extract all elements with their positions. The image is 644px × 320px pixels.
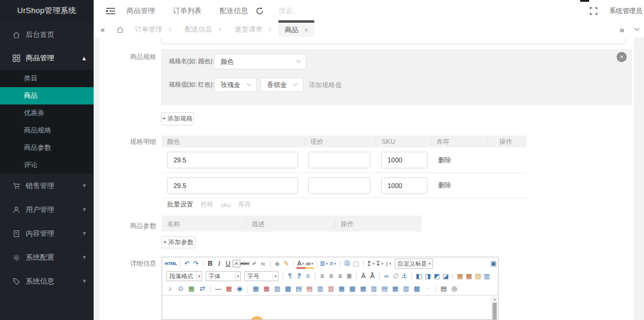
- row-delete-link[interactable]: 删除: [438, 156, 451, 165]
- topmenu-delivery-info[interactable]: 配送信息: [219, 6, 248, 16]
- tab-home-icon[interactable]: [112, 21, 128, 38]
- sidebar-subitem-coupon[interactable]: 优惠券: [0, 104, 94, 122]
- batch-sku-link[interactable]: sku: [221, 201, 231, 208]
- remove-spec-icon[interactable]: ×: [617, 52, 627, 62]
- editor-insert-hr-icon[interactable]: —: [214, 284, 223, 294]
- editor-paragraph-format-dropdown[interactable]: 段落格式▾: [166, 271, 202, 281]
- tabs-scroll-left-icon[interactable]: «: [94, 21, 112, 38]
- editor-underline-icon[interactable]: U: [224, 259, 233, 269]
- editor-insert-flash-icon[interactable]: ▨: [473, 272, 482, 281]
- refresh-icon[interactable]: [255, 7, 264, 16]
- editor-auto-typeset-icon[interactable]: ⓐ: [343, 259, 352, 269]
- topmenu-product-mgmt[interactable]: 商品管理: [126, 6, 155, 16]
- editor-split-cells-icon[interactable]: ▩: [348, 284, 357, 294]
- add-param-button[interactable]: + 添加参数: [161, 236, 196, 248]
- editor-img-align-right-icon[interactable]: ◨: [423, 272, 432, 281]
- editor-font-size-down-icon[interactable]: Ã: [368, 272, 377, 281]
- editor-page-break-icon[interactable]: ⇄: [198, 284, 207, 294]
- editor-table-border-style-icon[interactable]: ▦: [391, 284, 400, 294]
- sidebar-subitem-product[interactable]: 商品: [0, 87, 94, 104]
- row-color-input[interactable]: [167, 177, 298, 194]
- row-price-input[interactable]: [308, 177, 370, 194]
- sidebar-item-sales-mgmt[interactable]: 销售管理 ▼: [0, 174, 94, 198]
- editor-line-height-icon[interactable]: ↕▾: [384, 259, 393, 269]
- editor-erase-format-icon[interactable]: ▫: [423, 284, 432, 294]
- editor-ordered-list-icon[interactable]: ≣▾: [320, 259, 329, 269]
- row-delete-link[interactable]: 删除: [438, 181, 451, 190]
- editor-align-left-icon[interactable]: ≡: [318, 272, 327, 281]
- add-spec-value-link[interactable]: 添加规格值: [309, 81, 342, 90]
- editor-italic-icon[interactable]: I: [215, 259, 224, 269]
- editor-subscript-icon[interactable]: x₂: [259, 259, 268, 269]
- editor-table-caption-icon[interactable]: ▩: [413, 284, 422, 294]
- editor-img-align-center-icon[interactable]: ◩: [432, 272, 441, 281]
- editor-table-header-row-icon[interactable]: ▤: [380, 284, 389, 294]
- editor-paragraph-ltr-icon[interactable]: ¶: [286, 272, 295, 281]
- sidebar-item-system-info[interactable]: 系统信息 ▼: [0, 269, 94, 293]
- topmenu-order-list[interactable]: 订单列表: [173, 6, 202, 16]
- editor-insert-table-icon[interactable]: ▦: [252, 284, 261, 294]
- editor-delete-table-icon[interactable]: ▦: [262, 284, 271, 294]
- editor-redo-icon[interactable]: ↷: [191, 259, 200, 269]
- editor-fullscreen-editor-icon[interactable]: ▣: [489, 259, 498, 269]
- editor-delete-col-icon[interactable]: ▥: [370, 284, 379, 294]
- editor-paragraph-rtl-icon[interactable]: ¶: [295, 272, 304, 281]
- row-price-input[interactable]: [308, 152, 370, 168]
- batch-price-link[interactable]: 价格: [200, 200, 213, 209]
- user-name[interactable]: 系统管理员: [609, 7, 642, 16]
- sidebar-item-content-mgmt[interactable]: 内容管理 ▼: [0, 221, 94, 245]
- editor-quick-format-icon[interactable]: ✎: [282, 259, 291, 269]
- editor-strikethrough-icon[interactable]: ABC: [240, 259, 250, 269]
- editor-blank-doc-icon[interactable]: ▢: [352, 259, 361, 269]
- editor-preview-icon[interactable]: ◎: [450, 284, 459, 294]
- editor-para-spacing-bottom-icon[interactable]: ↧▾: [375, 259, 384, 269]
- editor-insert-link-icon[interactable]: ∞: [382, 272, 391, 281]
- editor-insert-date-icon[interactable]: ▦: [225, 284, 234, 294]
- editor-undo-icon[interactable]: ↶: [182, 259, 191, 269]
- editor-custom-title-dropdown[interactable]: 自定义标题▾: [395, 259, 433, 269]
- editor-paragraph-indent-icon[interactable]: ≡: [304, 272, 312, 281]
- editor-table-properties-icon[interactable]: ▥: [273, 284, 282, 294]
- editor-font-size-dropdown[interactable]: 字号▾: [244, 271, 278, 281]
- sidebar-item-home[interactable]: 后台首页: [0, 23, 94, 47]
- close-icon[interactable]: ×: [218, 26, 222, 33]
- sidebar-subitem-category[interactable]: 类目: [0, 70, 94, 87]
- editor-content[interactable]: ▲: [162, 295, 498, 319]
- editor-insert-map-icon[interactable]: ▦: [187, 284, 196, 294]
- scroll-thumb[interactable]: [493, 303, 497, 319]
- editor-anchor-icon[interactable]: ⚓: [400, 272, 409, 281]
- editor-remove-format-icon[interactable]: ◈: [273, 259, 282, 269]
- scroll-up-icon[interactable]: ▲: [492, 296, 497, 302]
- row-color-input[interactable]: [167, 152, 298, 168]
- editor-align-justify-icon[interactable]: ≣: [345, 272, 354, 281]
- editor-scrollbar[interactable]: ▲: [491, 296, 497, 319]
- editor-img-align-left-icon[interactable]: ◧: [414, 272, 423, 281]
- editor-net-image-icon[interactable]: ▦: [465, 272, 473, 281]
- editor-font-size-up-icon[interactable]: Â: [359, 272, 368, 281]
- sidebar-item-user-mgmt[interactable]: 用户管理 ▼: [0, 198, 94, 221]
- editor-img-align-block-icon[interactable]: ◪: [441, 272, 450, 281]
- editor-insert-video-icon[interactable]: ▥: [482, 272, 491, 281]
- editor-insert-col-right-icon[interactable]: ▥: [327, 284, 336, 294]
- editor-print-icon[interactable]: ▤: [439, 284, 448, 294]
- sidebar-item-product-mgmt[interactable]: 商品管理 ▲: [0, 47, 94, 70]
- editor-insert-col-left-icon[interactable]: ▥: [316, 284, 325, 294]
- tab-product[interactable]: 商品×: [278, 20, 315, 37]
- tab-return-request[interactable]: 退货请求×: [228, 21, 278, 38]
- editor-unlink-icon[interactable]: ∅: [391, 272, 400, 281]
- close-icon[interactable]: ×: [305, 27, 308, 33]
- editor-insert-image-icon[interactable]: ▦: [456, 272, 465, 281]
- spec-value-select-1[interactable]: 玫瑰金: [214, 78, 257, 92]
- collapse-menu-icon[interactable]: [106, 7, 116, 15]
- editor-insert-time-icon[interactable]: ◉: [236, 284, 244, 294]
- partial-input[interactable]: [161, 38, 626, 44]
- row-sku-input[interactable]: [381, 152, 428, 168]
- tab-delivery-info[interactable]: 配送信息×: [178, 21, 228, 38]
- spec-name-select[interactable]: 颜色: [214, 54, 306, 69]
- editor-table-cell-split-icon[interactable]: ▥: [402, 284, 411, 294]
- close-icon[interactable]: ×: [268, 26, 272, 33]
- editor-cell-properties-icon[interactable]: ▩: [284, 284, 293, 294]
- add-spec-button[interactable]: + 添加规格: [161, 112, 194, 125]
- editor-insert-row-above-icon[interactable]: ▤: [295, 284, 304, 294]
- editor-source-code-icon[interactable]: HTML: [165, 259, 177, 269]
